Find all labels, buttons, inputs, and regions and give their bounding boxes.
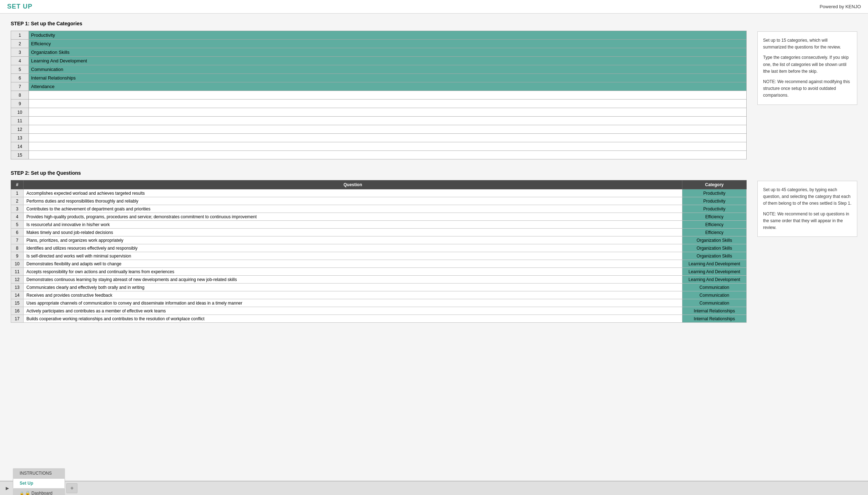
question-category[interactable]: Communication	[682, 284, 747, 291]
category-row: 15	[11, 151, 747, 159]
question-text[interactable]: Makes timely and sound job-related decis…	[24, 229, 682, 236]
category-row: 7 Attendance	[11, 82, 747, 91]
question-num: 12	[11, 276, 24, 284]
question-text[interactable]: Uses appropriate channels of communicati…	[24, 299, 682, 307]
step2-info-line2: NOTE: We recommend to set up questions i…	[763, 211, 852, 231]
question-num: 11	[11, 268, 24, 276]
question-row: 12 Demonstrates continuous learning by s…	[11, 276, 747, 284]
question-row: 16 Actively participates and contributes…	[11, 307, 747, 315]
category-num: 12	[11, 125, 29, 134]
question-num: 17	[11, 315, 24, 323]
category-num: 6	[11, 74, 29, 82]
category-name[interactable]	[29, 151, 747, 159]
question-category[interactable]: Internal Relationships	[682, 307, 747, 315]
question-text[interactable]: Contributes to the achievement of depart…	[24, 205, 682, 213]
question-num: 13	[11, 284, 24, 291]
question-category[interactable]: Learning And Development	[682, 268, 747, 276]
category-row: 6 Internal Relationships	[11, 74, 747, 82]
question-text[interactable]: Is self-directed and works well with min…	[24, 252, 682, 260]
question-category[interactable]: Communication	[682, 291, 747, 299]
question-row: 11 Accepts responsibility for own action…	[11, 268, 747, 276]
tab-instructions[interactable]: INSTRUCTIONS	[13, 468, 65, 478]
question-row: 13 Communicates clearly and effectively …	[11, 284, 747, 291]
question-category[interactable]: Productivity	[682, 189, 747, 197]
question-num: 3	[11, 205, 24, 213]
step1-title: STEP 1: Set up the Categories	[11, 21, 747, 26]
category-num: 8	[11, 91, 29, 99]
question-category[interactable]: Organization Skills	[682, 252, 747, 260]
question-category[interactable]: Efficiency	[682, 229, 747, 236]
tab-add-button[interactable]: +	[66, 483, 77, 493]
tab-set-up[interactable]: Set Up	[13, 478, 65, 488]
question-category[interactable]: Productivity	[682, 205, 747, 213]
category-name[interactable]	[29, 117, 747, 125]
category-name[interactable]	[29, 91, 747, 99]
col-num-header: #	[11, 180, 24, 189]
category-name[interactable]: Attendance	[29, 82, 747, 91]
question-text[interactable]: Identifies and utilizes resources effect…	[24, 244, 682, 252]
step1-section: STEP 1: Set up the Categories 1 Producti…	[11, 21, 857, 159]
step2-left: STEP 2: Set up the Questions # Question …	[11, 170, 747, 323]
question-text[interactable]: Performs duties and responsibilities tho…	[24, 197, 682, 205]
question-category[interactable]: Efficiency	[682, 221, 747, 229]
powered-by: Powered by KENJO	[819, 4, 861, 9]
category-name[interactable]	[29, 134, 747, 142]
category-row: 2 Efficiency	[11, 40, 747, 48]
question-row: 5 Is resourceful and innovative in his/h…	[11, 221, 747, 229]
category-name[interactable]	[29, 125, 747, 134]
category-name[interactable]: Organization Skills	[29, 48, 747, 57]
question-num: 9	[11, 252, 24, 260]
question-num: 14	[11, 291, 24, 299]
question-text[interactable]: Demonstrates flexibility and adapts well…	[24, 260, 682, 268]
question-category[interactable]: Communication	[682, 299, 747, 307]
category-name[interactable]	[29, 142, 747, 151]
question-text[interactable]: Demonstrates continuous learning by stay…	[24, 276, 682, 284]
question-text[interactable]: Actively participates and contributes as…	[24, 307, 682, 315]
category-name[interactable]: Communication	[29, 65, 747, 74]
category-num: 2	[11, 40, 29, 48]
question-row: 14 Receives and provides constructive fe…	[11, 291, 747, 299]
question-category[interactable]: Organization Skills	[682, 236, 747, 244]
question-row: 7 Plans, prioritizes, and organizes work…	[11, 236, 747, 244]
category-name[interactable]	[29, 99, 747, 108]
question-text[interactable]: Is resourceful and innovative in his/her…	[24, 221, 682, 229]
question-num: 15	[11, 299, 24, 307]
category-name[interactable]: Productivity	[29, 31, 747, 40]
question-category[interactable]: Efficiency	[682, 213, 747, 221]
category-name[interactable]: Learning And Development	[29, 57, 747, 65]
page-title: SET UP	[7, 3, 32, 10]
step1-info-line3: NOTE: We recommend against modifying thi…	[763, 78, 852, 99]
question-category[interactable]: Organization Skills	[682, 244, 747, 252]
question-text[interactable]: Accepts responsibility for own actions a…	[24, 268, 682, 276]
question-text[interactable]: Provides high-quality products, programs…	[24, 213, 682, 221]
question-category[interactable]: Productivity	[682, 197, 747, 205]
question-row: 17 Builds cooperative working relationsh…	[11, 315, 747, 323]
question-text[interactable]: Receives and provides constructive feedb…	[24, 291, 682, 299]
step1-left: STEP 1: Set up the Categories 1 Producti…	[11, 21, 747, 159]
category-row: 10	[11, 108, 747, 117]
category-name[interactable]: Internal Relationships	[29, 74, 747, 82]
question-num: 4	[11, 213, 24, 221]
question-num: 16	[11, 307, 24, 315]
question-category[interactable]: Learning And Development	[682, 260, 747, 268]
question-num: 7	[11, 236, 24, 244]
step2-section: STEP 2: Set up the Questions # Question …	[11, 170, 857, 323]
category-name[interactable]	[29, 108, 747, 117]
question-row: 8 Identifies and utilizes resources effe…	[11, 244, 747, 252]
col-category-header: Category	[682, 180, 747, 189]
tab-scroll-left[interactable]: ▶	[4, 484, 11, 492]
category-row: 3 Organization Skills	[11, 48, 747, 57]
question-category[interactable]: Internal Relationships	[682, 315, 747, 323]
question-text[interactable]: Builds cooperative working relationships…	[24, 315, 682, 323]
question-row: 2 Performs duties and responsibilities t…	[11, 197, 747, 205]
question-text[interactable]: Accomplishes expected worload and achiev…	[24, 189, 682, 197]
category-row: 11	[11, 117, 747, 125]
question-num: 10	[11, 260, 24, 268]
question-text[interactable]: Plans, prioritizes, and organizes work a…	[24, 236, 682, 244]
step1-right: Set up to 15 categories, which will summ…	[757, 21, 857, 159]
question-category[interactable]: Learning And Development	[682, 276, 747, 284]
category-num: 15	[11, 151, 29, 159]
category-name[interactable]: Efficiency	[29, 40, 747, 48]
tab-dashboard[interactable]: 🔒 Dashboard	[13, 488, 65, 495]
question-text[interactable]: Communicates clearly and effectively bot…	[24, 284, 682, 291]
